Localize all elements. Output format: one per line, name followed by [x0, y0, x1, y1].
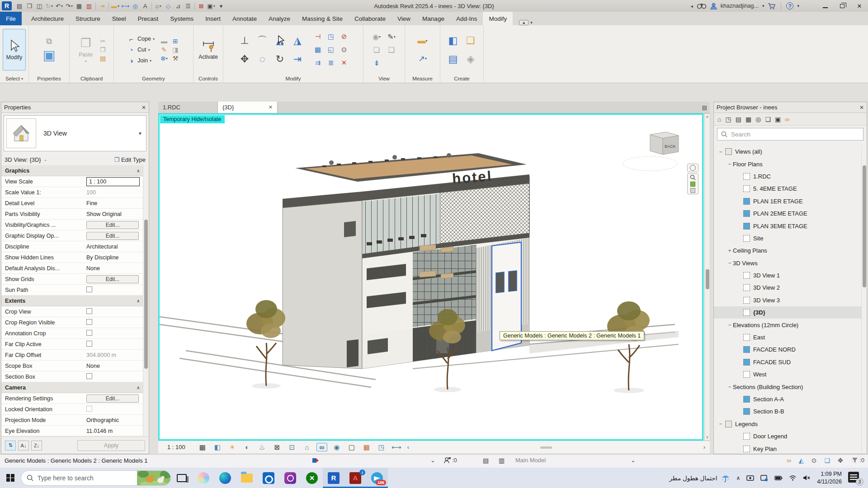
tree-item-section-a-a[interactable]: Section A-A: [714, 393, 861, 405]
select-by-face-icon[interactable]: ❏: [824, 457, 830, 464]
property-row-detail-level[interactable]: Detail LevelFine: [1, 198, 143, 209]
property-value[interactable]: [86, 330, 143, 337]
cut-button[interactable]: ◔Cut▾: [127, 44, 155, 55]
property-row-view-scale[interactable]: View Scale1 : 100: [1, 176, 143, 187]
property-row-visibility-graphics[interactable]: Visibility/Graphics ...Edit...: [1, 220, 143, 230]
tree-toggle-icon[interactable]: −: [726, 260, 733, 266]
properties-palette-icon[interactable]: ▣: [42, 47, 55, 63]
tree-item-legends[interactable]: −Legends: [714, 418, 861, 430]
section-collapse-icon[interactable]: ∧: [137, 299, 140, 303]
constraints-icon[interactable]: ⟷: [391, 443, 402, 451]
ribbon-tab-architecture[interactable]: Architecture: [25, 12, 70, 25]
redo-icon[interactable]: ↷▾: [64, 1, 74, 10]
panel-label-modify[interactable]: Modify: [223, 74, 363, 83]
crop-view-icon[interactable]: ⊠: [272, 443, 283, 451]
measure-ruler-icon[interactable]: ▬ ▾: [413, 33, 433, 49]
ribbon-tab-manage[interactable]: Manage: [416, 12, 450, 25]
aligned-dimension-icon[interactable]: ⟷: [120, 1, 130, 10]
property-row-default-analysis-dis[interactable]: Default Analysis Dis...None: [1, 263, 143, 274]
linework-icon[interactable]: ❑: [385, 44, 398, 56]
panel-label-create[interactable]: Create: [440, 74, 483, 83]
start-button[interactable]: [0, 468, 21, 488]
copy-icon[interactable]: ❐: [99, 46, 108, 53]
collapse-search-icon[interactable]: ◂: [691, 4, 693, 9]
property-edit-button[interactable]: Edit...: [86, 232, 139, 240]
ribbon-tab-precast[interactable]: Precast: [132, 12, 165, 25]
tree-item-east[interactable]: East: [714, 331, 861, 343]
property-value[interactable]: 11.0146 m: [86, 428, 143, 434]
property-row-crop-region-visible[interactable]: Crop Region Visible: [1, 317, 143, 328]
status-app-icon[interactable]: [312, 457, 319, 464]
help-icon[interactable]: ?: [786, 2, 793, 9]
revit-logo[interactable]: R: [2, 1, 12, 10]
property-value[interactable]: Edit...: [86, 275, 143, 283]
pin-icon[interactable]: ⊙: [338, 44, 350, 56]
create-group-icon[interactable]: ❏: [462, 32, 479, 49]
property-value[interactable]: None: [86, 363, 143, 369]
panel-label-view[interactable]: View: [363, 74, 405, 83]
ribbon-tab-systems[interactable]: Systems: [164, 12, 199, 25]
taskbar-app-outlook[interactable]: [258, 468, 279, 488]
legends-icon[interactable]: ▤: [736, 116, 741, 123]
property-row-far-clip-active[interactable]: Far Clip Active: [1, 339, 143, 350]
user-menu[interactable]: khaznadjinag...: [721, 3, 759, 9]
property-value[interactable]: By Discipline: [86, 254, 143, 261]
ribbon-tab-collaborate[interactable]: Collaborate: [349, 12, 392, 25]
property-row-parts-visibility[interactable]: Parts VisibilityShow Original: [1, 209, 143, 220]
tree-item-plan-1er-etage[interactable]: PLAN 1ER ETAGE: [714, 195, 861, 207]
section-icon[interactable]: ⊿: [173, 1, 183, 10]
panel-label-controls[interactable]: Controls: [193, 74, 223, 83]
taskbar-app-telegram[interactable]: 186: [366, 468, 388, 488]
property-row-discipline[interactable]: DisciplineArchitectural: [1, 241, 143, 252]
paste-button[interactable]: ❐ Paste ▾: [76, 29, 96, 70]
undo-icon[interactable]: ↶▾: [54, 1, 64, 10]
canvas-vertical-scrollbar[interactable]: ∧ ∨: [704, 113, 710, 441]
drawing-area[interactable]: Temporary Hide/Isolate: [158, 113, 703, 441]
browser-scrollbar[interactable]: [861, 145, 867, 454]
mirror-draw-icon[interactable]: ◮: [289, 32, 306, 49]
select-links-icon[interactable]: ∞: [787, 457, 791, 464]
view-tab-1-rdc[interactable]: 1.RDC: [158, 102, 218, 113]
selection-views-icon[interactable]: ◳: [725, 116, 731, 123]
links-icon[interactable]: ∞: [785, 116, 789, 123]
displace-icon[interactable]: ❏: [370, 44, 383, 56]
tree-item-elevations-12mm-circle[interactable]: −Elevations (12mm Circle): [714, 319, 861, 331]
tree-item-plan-3eme-etage[interactable]: PLAN 3EME ETAGE: [714, 220, 861, 232]
select-pinned-icon[interactable]: ⊙: [811, 457, 817, 464]
tree-item-3d[interactable]: {3D}: [714, 306, 861, 319]
tree-item-views-all[interactable]: −Views (all): [714, 145, 861, 158]
tree-item-key-plan[interactable]: Key Plan: [714, 442, 861, 454]
hide-by-line-icon[interactable]: ⇟: [370, 57, 383, 69]
override-graphics-icon[interactable]: ✎ ▾: [385, 31, 398, 42]
property-row-camera[interactable]: Camera∧: [1, 382, 143, 393]
cast-icon[interactable]: [746, 475, 754, 481]
user-menu-caret-icon[interactable]: ▾: [762, 4, 764, 8]
project-browser-close-icon[interactable]: ✕: [859, 104, 864, 111]
create-assembly-icon[interactable]: ▤: [445, 51, 461, 68]
project-browser-header[interactable]: Project Browser - inees ✕: [714, 102, 867, 113]
left-wall-window[interactable]: [344, 221, 356, 237]
render-icon[interactable]: ♨: [257, 443, 268, 451]
property-edit-button[interactable]: Edit...: [86, 275, 139, 283]
fillet-icon[interactable]: ⌒: [254, 32, 270, 49]
wifi-icon[interactable]: [789, 475, 797, 481]
apply-button[interactable]: Apply: [77, 440, 145, 451]
property-row-graphic-display-op[interactable]: Graphic Display Op...Edit...: [1, 230, 143, 241]
steering-wheel-icon[interactable]: [687, 164, 698, 172]
type-selector[interactable]: 3D View ▼: [4, 115, 146, 151]
views-home-icon[interactable]: ⌂: [717, 116, 721, 123]
tree-item-3d-view-2[interactable]: 3D View 2: [714, 282, 861, 294]
zoom-tools[interactable]: [687, 173, 698, 194]
split-icon[interactable]: ⊣: [312, 31, 324, 42]
close-button[interactable]: ✕: [853, 1, 866, 11]
view-tab-list-icon[interactable]: ▤: [702, 104, 707, 111]
ribbon-tab-insert[interactable]: Insert: [199, 12, 226, 25]
property-checkbox[interactable]: [86, 341, 92, 347]
home-icon[interactable]: ⌂▾: [153, 1, 163, 10]
lock-view-icon[interactable]: ⌂: [302, 443, 312, 451]
property-row-scale-value-1[interactable]: Scale Value 1:100: [1, 187, 143, 198]
tray-expand-icon[interactable]: ∧: [736, 475, 741, 481]
recent-documents-icon[interactable]: ▤: [14, 1, 24, 10]
display-pen-icon[interactable]: [760, 475, 768, 481]
tree-item-5-4eme-etage[interactable]: 5. 4EME ETAGE: [714, 183, 861, 195]
